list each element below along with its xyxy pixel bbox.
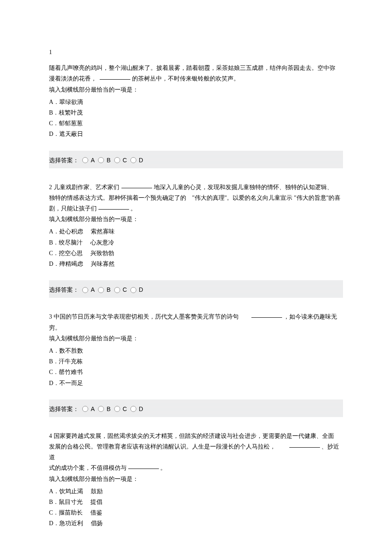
answer-label: 选择答案： [49,285,79,295]
option-d: D．急功近利 倡扬 [49,518,343,529]
option-b: B．枝繁叶茂 [49,107,343,118]
question-line: 随着几声嘹亮的鸡叫，整个湖山醒来了。披着晨雾，踏着朝霞，采茶姑娘三五成群，结伴向… [49,63,343,73]
radio-a[interactable]: A [82,155,95,166]
radio-a[interactable]: A [82,285,95,295]
option-d: D．殚精竭虑 兴味寡然 [49,259,343,269]
radio-icon [82,287,88,293]
answer-strip-3: 选择答案： A B C D [49,400,343,417]
radio-b[interactable]: B [98,285,110,295]
question-line: 2 儿童戏剧作家、艺术家们 地深入儿童的心灵，发现和发掘儿童独特的情怀、独特的认… [49,182,343,193]
answer-label: 选择答案： [49,155,79,166]
question-number: 2 [49,184,52,190]
question-prompt: 填入划横线部分最恰当的一项是： [49,333,343,344]
question-number: 3 [49,313,52,320]
radio-icon [130,157,136,163]
blank [121,188,152,188]
radio-c[interactable]: C [114,404,127,414]
option-d: D．遮天蔽日 [49,129,343,139]
answer-strip-1: 选择答案： A B C D [49,151,343,168]
option-c: C．挖空心思 兴致勃勃 [49,248,343,259]
question-2: 2 儿童戏剧作家、艺术家们 地深入儿童的心灵，发现和发掘儿童独特的情怀、独特的认… [49,182,343,270]
radio-group: A B C D [82,285,146,295]
radio-icon [114,157,120,163]
question-text: 1 随着几声嘹亮的鸡叫，整个湖山醒来了。披着晨雾，踏着朝霞，采茶姑娘三五成群，结… [49,47,343,95]
blank [251,317,282,318]
question-prompt: 填入划横线部分最恰当的一项是： [49,474,343,484]
radio-d[interactable]: D [130,404,143,414]
question-text: 2 儿童戏剧作家、艺术家们 地深入儿童的心灵，发现和发掘儿童独特的情怀、独特的认… [49,182,343,225]
question-1: 1 随着几声嘹亮的鸡叫，整个湖山醒来了。披着晨雾，踏着朝霞，采茶姑娘三五成群，结… [49,47,343,140]
answer-strip-2: 选择答案： A B C D [49,280,343,298]
radio-icon [82,406,88,412]
options: A．处心积虑 索然寡味 B．绞尽脑汁 心灰意冷 C．挖空心思 兴致勃勃 D．殚精… [49,226,343,269]
option-c: C．罄竹难书 [49,367,343,377]
option-c: C．揠苗助长 借鉴 [49,507,343,518]
options: A．翠绿欲滴 B．枝繁叶茂 C．郁郁葱葱 D．遮天蔽日 [49,97,343,140]
option-a: A．数不胜数 [49,345,343,356]
option-a: A．翠绿欲滴 [49,97,343,107]
option-b: B．鼠目寸光 提倡 [49,497,343,507]
question-line: 发展的合格公民。管理教育者应该有这样的清醒认识。人生是一段漫长的个人马拉松， 、… [49,441,343,463]
radio-d[interactable]: D [130,155,143,166]
question-number: 1 [49,49,52,55]
option-a: A．处心积虑 索然寡味 [49,226,343,237]
question-prompt: 填入划横线部分最恰当的一项是： [49,84,343,95]
answer-label: 选择答案： [49,404,79,414]
options: A．饮鸩止渴 鼓励 B．鼠目寸光 提倡 C．揠苗助长 借鉴 D．急功近利 倡扬 [49,486,343,529]
radio-icon [114,406,120,412]
radio-b[interactable]: B [98,404,110,414]
question-line: 3 中国的节日历来与文学表现密切相关，历代文人墨客赞美元宵节的诗句 ，如今读来仍… [49,311,343,333]
radio-group: A B C D [82,155,146,166]
question-text: 3 中国的节日历来与文学表现密切相关，历代文人墨客赞美元宵节的诗句 ，如今读来仍… [49,311,343,344]
radio-group: A B C D [82,404,146,414]
option-a: A．饮鸩止渴 鼓励 [49,486,343,497]
option-d: D．不一而足 [49,378,343,388]
option-c: C．郁郁葱葱 [49,118,343,129]
radio-c[interactable]: C [114,155,127,166]
question-line: 独特的情感表达方式。那种怀揣着一个预先确定了的 "伟大的真理"。以爱的名义向儿童… [49,193,343,203]
radio-icon [98,406,104,412]
options: A．数不胜数 B．汗牛充栋 C．罄竹难书 D．不一而足 [49,345,343,388]
question-prompt: 填入划横线部分最恰当的一项是： [49,214,343,224]
radio-c[interactable]: C [114,285,127,295]
radio-icon [98,157,104,163]
question-3: 3 中国的节日历来与文学表现密切相关，历代文人墨客赞美元宵节的诗句 ，如今读来仍… [49,311,343,388]
option-b: B．绞尽脑汁 心灰意冷 [49,237,343,248]
radio-a[interactable]: A [82,404,95,414]
blank [289,447,320,448]
question-number: 4 [49,433,52,439]
blank [100,79,130,80]
question-text: 4 国家要跨越式发展，固然渴求拔尖的天才精英，但踏实的经济建设与社会进步，更需要… [49,431,343,484]
question-line: 漫着淡淡的花香， 的茶树丛中，不时传来银铃般的欢笑声。 [49,73,343,84]
blank [128,469,159,469]
radio-b[interactable]: B [98,155,110,166]
radio-icon [130,406,136,412]
question-line: 式的成功个案，不值得模仿与 。 [49,463,343,473]
question-line: 剧，只能让孩子们 。 [49,203,343,214]
question-4: 4 国家要跨越式发展，固然渴求拔尖的天才精英，但踏实的经济建设与社会进步，更需要… [49,431,343,529]
option-b: B．汗牛充栋 [49,356,343,367]
question-line: 4 国家要跨越式发展，固然渴求拔尖的天才精英，但踏实的经济建设与社会进步，更需要… [49,431,343,441]
radio-icon [130,287,136,293]
radio-icon [98,287,104,293]
radio-icon [82,157,88,163]
radio-d[interactable]: D [130,285,143,295]
radio-icon [114,287,120,293]
blank [98,209,129,210]
